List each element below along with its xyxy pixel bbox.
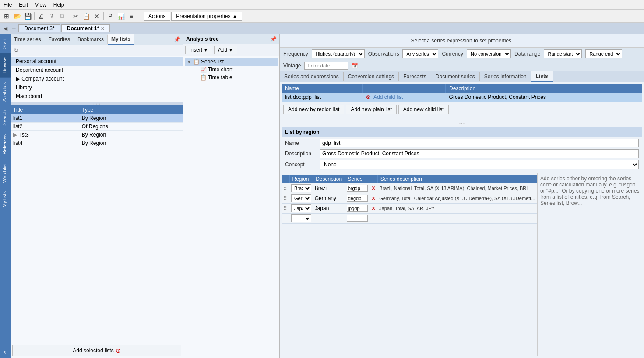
add-child-link-0[interactable]: Add child list: [373, 94, 403, 100]
region-cell-1[interactable]: Germany: [289, 193, 313, 204]
add-button-mid[interactable]: Add ▼: [214, 46, 237, 54]
add-child-btn[interactable]: Add new child list: [398, 105, 449, 114]
clear-icon-2[interactable]: ✕: [371, 205, 376, 211]
tab-left-arrow[interactable]: ◀: [2, 25, 9, 32]
series-input-empty[interactable]: [345, 214, 370, 224]
tree-node-series-list[interactable]: ▼ 📋 Series list: [185, 58, 278, 66]
series-clear-0[interactable]: ✕: [370, 183, 377, 193]
series-code-0[interactable]: [347, 185, 368, 192]
drag-handle-0[interactable]: ⠿: [282, 183, 289, 193]
sub-tab-series-info[interactable]: Series information: [480, 72, 531, 81]
series-clear-1[interactable]: ✕: [370, 193, 377, 204]
vintage-calendar-icon[interactable]: 📅: [352, 63, 358, 69]
nav-analytics[interactable]: Analytics: [0, 78, 11, 106]
region-cell-0[interactable]: Brazil: [289, 183, 313, 193]
list-row-3[interactable]: list4 By Region: [11, 139, 183, 147]
toolbar-p[interactable]: P: [106, 11, 115, 21]
series-code-empty[interactable]: [347, 215, 368, 222]
toolbar-save[interactable]: 💾: [23, 11, 32, 21]
add-selected-lists-button[interactable]: Add selected lists ⊕: [12, 345, 181, 356]
list-delete-icon-0[interactable]: ⊗: [366, 94, 370, 100]
list-row-1[interactable]: list2 Of Regions: [11, 123, 183, 131]
clear-icon-0[interactable]: ✕: [371, 185, 376, 191]
currency-select[interactable]: No conversion USD EUR: [467, 49, 511, 58]
clear-icon-1[interactable]: ✕: [371, 195, 376, 201]
toolbar-cut[interactable]: ✂: [71, 11, 81, 21]
series-clear-2[interactable]: ✕: [370, 204, 377, 214]
tab-new[interactable]: +: [9, 24, 18, 33]
tab-pin[interactable]: 📌: [171, 35, 183, 43]
nav-browse[interactable]: Browse: [0, 53, 11, 78]
menu-help[interactable]: Help: [52, 1, 66, 8]
region-cell-empty[interactable]: [289, 214, 313, 224]
region-select-0[interactable]: Brazil: [291, 184, 311, 192]
toolbar-share[interactable]: ⇪: [47, 11, 56, 21]
toolbar-list[interactable]: ≡: [127, 11, 136, 21]
doc-tab-3[interactable]: Document 3*: [18, 24, 60, 32]
menu-edit[interactable]: Edit: [17, 1, 30, 8]
tab-favorites[interactable]: Favorites: [45, 35, 74, 44]
tab-time-series[interactable]: Time series: [11, 35, 45, 44]
toolbar-delete[interactable]: ✕: [92, 11, 102, 21]
sub-tab-lists[interactable]: Lists: [531, 71, 553, 82]
tree-node-time-table[interactable]: 📋 Time table: [185, 74, 278, 81]
toolbar-new[interactable]: ⊞: [2, 11, 11, 21]
list-row-2[interactable]: ▶ list3 By Region: [11, 131, 183, 139]
drag-handle-1[interactable]: ⠿: [282, 193, 289, 204]
list-header-row-0[interactable]: list:doc:gdp_list ⊗ Add child list Gross…: [282, 93, 642, 102]
toolbar-print[interactable]: 🖨: [36, 11, 46, 21]
add-by-region-btn[interactable]: Add new by region list: [283, 105, 344, 114]
form-desc-input[interactable]: [320, 149, 639, 158]
series-input-2[interactable]: [345, 204, 370, 214]
frequency-select[interactable]: Highest (quarterly) Annual Quarterly Mon…: [312, 49, 365, 58]
nav-expand[interactable]: »: [0, 347, 11, 358]
region-select-1[interactable]: Germany: [291, 194, 311, 202]
tab-my-lists[interactable]: My lists: [108, 34, 134, 45]
nav-watchlist[interactable]: Watchlist: [0, 159, 11, 187]
panel-divider[interactable]: · · ·: [11, 102, 183, 105]
doc-tab-1-close[interactable]: ✕: [101, 26, 104, 31]
sub-tab-conversion[interactable]: Conversion settings: [344, 72, 399, 81]
series-code-1[interactable]: [347, 195, 368, 202]
sub-tab-doc-series[interactable]: Document series: [431, 72, 480, 81]
nav-releases[interactable]: Releases: [0, 130, 11, 159]
account-library[interactable]: Library: [11, 83, 183, 92]
region-cell-2[interactable]: Japan: [289, 204, 313, 214]
toolbar-copy[interactable]: ⧉: [57, 11, 67, 21]
form-name-input[interactable]: [320, 139, 639, 147]
account-personal[interactable]: Personal account: [11, 57, 183, 66]
form-concept-select[interactable]: None: [320, 160, 639, 169]
tab-bookmarks[interactable]: Bookmarks: [74, 35, 108, 44]
toolbar-open[interactable]: 📂: [12, 11, 22, 21]
add-plain-btn[interactable]: Add new plain list: [346, 105, 396, 114]
region-select-empty[interactable]: [291, 214, 311, 222]
series-input-1[interactable]: [345, 193, 370, 204]
actions-button[interactable]: Actions: [144, 12, 170, 21]
refresh-btn[interactable]: ↻: [12, 46, 20, 54]
observations-select[interactable]: Any series Final All: [402, 49, 438, 58]
nav-mylists[interactable]: My lists: [0, 187, 11, 212]
menu-file[interactable]: File: [2, 1, 14, 8]
sub-tab-series[interactable]: Series and expressions: [280, 72, 344, 81]
account-macrobond[interactable]: Macrobond: [11, 92, 183, 101]
tree-node-time-chart[interactable]: 📈 Time chart: [185, 66, 278, 74]
account-department[interactable]: Department account: [11, 66, 183, 74]
menu-view[interactable]: View: [33, 1, 48, 8]
toolbar-paste[interactable]: 📋: [81, 11, 91, 21]
range-end-select[interactable]: Range end: [585, 49, 622, 58]
analysis-tree-pin[interactable]: 📌: [270, 36, 277, 42]
insert-button[interactable]: Insert ▼: [185, 46, 212, 54]
doc-tab-1[interactable]: Document 1* ✕: [61, 24, 110, 32]
presentation-button[interactable]: Presentation properties ▲: [171, 12, 242, 21]
region-select-2[interactable]: Japan: [291, 204, 311, 212]
account-company[interactable]: ▶ Company account: [11, 74, 183, 83]
sub-tab-forecasts[interactable]: Forecasts: [399, 72, 431, 81]
nav-start[interactable]: Start: [0, 34, 11, 53]
vintage-input[interactable]: [304, 62, 348, 70]
nav-search[interactable]: Search: [0, 106, 11, 130]
drag-handle-2[interactable]: ⠿: [282, 204, 289, 214]
range-start-select[interactable]: Range start: [544, 49, 582, 58]
list-row-0[interactable]: list1 By Region: [11, 114, 183, 123]
series-input-0[interactable]: [345, 183, 370, 193]
toolbar-chart[interactable]: 📊: [116, 11, 126, 21]
